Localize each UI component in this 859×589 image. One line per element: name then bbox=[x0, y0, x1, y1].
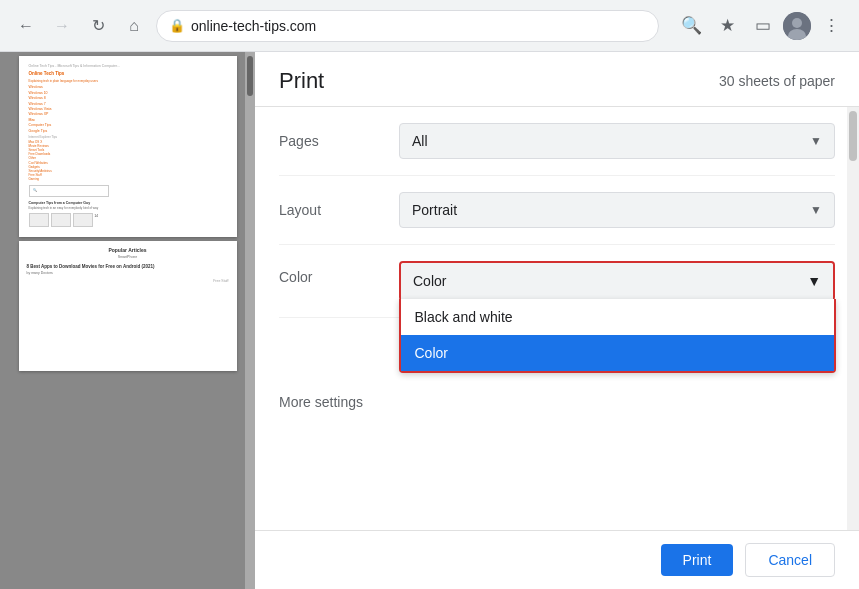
print-settings: Pages All ▼ Layout Portrait ▼ bbox=[255, 107, 859, 426]
home-button[interactable]: ⌂ bbox=[120, 12, 148, 40]
page2-title: Popular Articles bbox=[19, 241, 237, 255]
layout-dropdown[interactable]: Portrait ▼ bbox=[399, 192, 835, 228]
color-dropdown-wrapper: Color ▼ Black and white Color bbox=[399, 261, 835, 301]
pages-arrow-icon: ▼ bbox=[810, 134, 822, 148]
print-scrollbar[interactable] bbox=[847, 107, 859, 530]
print-footer: Print Cancel bbox=[255, 530, 859, 589]
color-value: Color bbox=[413, 273, 446, 289]
avatar[interactable] bbox=[783, 12, 811, 40]
print-body: Pages All ▼ Layout Portrait ▼ bbox=[255, 107, 859, 530]
browser-toolbar: ← → ↻ ⌂ 🔒 online-tech-tips.com 🔍 ★ ▭ ⋮ bbox=[0, 0, 859, 52]
page-preview-2: Popular Articles SmartPhone 8 Best Apps … bbox=[19, 241, 237, 371]
page2-article-title: 8 Best Apps to Download Movies for Free … bbox=[19, 262, 237, 271]
print-title: Print bbox=[279, 68, 324, 94]
color-dropdown-menu: Black and white Color bbox=[399, 299, 836, 373]
pages-row: Pages All ▼ bbox=[279, 107, 835, 176]
page-preview-1: Online Tech Tips - Microsoft Tips & Info… bbox=[19, 56, 237, 237]
color-row: Color Color ▼ Black and white Color bbox=[279, 245, 835, 318]
sheets-count: 30 sheets of paper bbox=[719, 73, 835, 89]
pages-control: All ▼ bbox=[399, 123, 835, 159]
address-bar[interactable]: 🔒 online-tech-tips.com bbox=[156, 10, 659, 42]
back-button[interactable]: ← bbox=[12, 12, 40, 40]
pages-value: All bbox=[412, 133, 428, 149]
option-black-and-white[interactable]: Black and white bbox=[401, 299, 834, 335]
main-area: Online Tech Tips - Microsoft Tips & Info… bbox=[0, 52, 859, 589]
extensions-icon-btn[interactable]: ▭ bbox=[747, 10, 779, 42]
forward-button[interactable]: → bbox=[48, 12, 76, 40]
bookmark-icon-btn[interactable]: ★ bbox=[711, 10, 743, 42]
pages-dropdown[interactable]: All ▼ bbox=[399, 123, 835, 159]
search-icon-btn[interactable]: 🔍 bbox=[675, 10, 707, 42]
color-control: Color ▼ Black and white Color bbox=[399, 261, 835, 301]
print-button[interactable]: Print bbox=[661, 544, 734, 576]
layout-row: Layout Portrait ▼ bbox=[279, 176, 835, 245]
cancel-button[interactable]: Cancel bbox=[745, 543, 835, 577]
layout-label: Layout bbox=[279, 202, 399, 218]
layout-arrow-icon: ▼ bbox=[810, 203, 822, 217]
layout-value: Portrait bbox=[412, 202, 457, 218]
preview-panel: Online Tech Tips - Microsoft Tips & Info… bbox=[0, 52, 255, 589]
pages-label: Pages bbox=[279, 133, 399, 149]
more-settings-label: More settings bbox=[279, 394, 399, 410]
preview-scroll-thumb bbox=[247, 56, 253, 96]
option-color[interactable]: Color bbox=[401, 335, 834, 371]
menu-icon-btn[interactable]: ⋮ bbox=[815, 10, 847, 42]
lock-icon: 🔒 bbox=[169, 18, 185, 33]
color-dropdown[interactable]: Color ▼ bbox=[401, 263, 833, 299]
print-scroll-thumb bbox=[849, 111, 857, 161]
layout-control: Portrait ▼ bbox=[399, 192, 835, 228]
more-settings-row: More settings bbox=[279, 378, 835, 426]
reload-button[interactable]: ↻ bbox=[84, 12, 112, 40]
toolbar-icons: 🔍 ★ ▭ ⋮ bbox=[675, 10, 847, 42]
print-header: Print 30 sheets of paper bbox=[255, 52, 859, 107]
preview-scrollbar[interactable] bbox=[245, 52, 255, 589]
color-label: Color bbox=[279, 261, 399, 285]
page2-subtitle: SmartPhone bbox=[19, 255, 237, 259]
color-arrow-icon: ▼ bbox=[807, 273, 821, 289]
url-text: online-tech-tips.com bbox=[191, 18, 646, 34]
page2-footer: Free Stuff bbox=[19, 277, 237, 285]
svg-point-1 bbox=[792, 18, 802, 28]
print-panel: Print 30 sheets of paper Pages All ▼ bbox=[255, 52, 859, 589]
